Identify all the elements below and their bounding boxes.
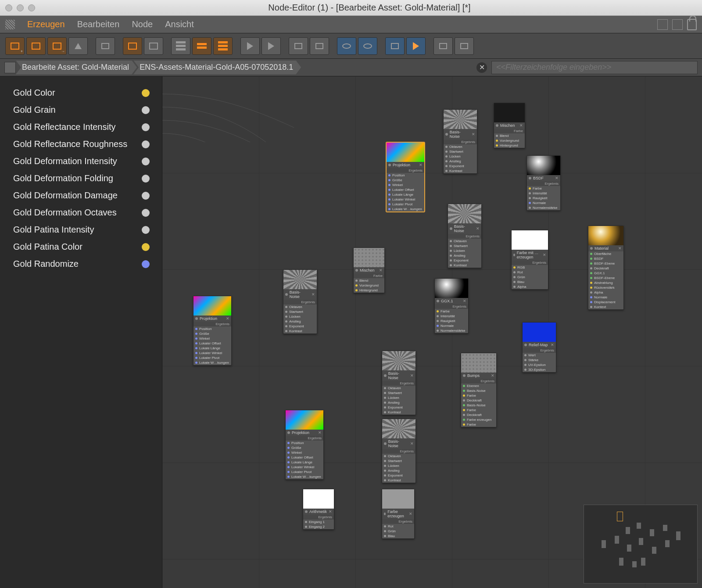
tool-rows-mid[interactable] (192, 37, 211, 55)
sidebar-item-label: Gold Reflectance Roughness (13, 139, 127, 149)
swatch-icon (142, 209, 150, 217)
swatch-icon (142, 243, 150, 251)
node-bsdf[interactable]: BSDF✕ Ergebnis Farbe Intensität Rauigkei… (526, 155, 561, 211)
tool-unlink[interactable] (289, 37, 308, 55)
node-mischen-2[interactable]: Mischen✕ Farbe Blend Vordergrund Hinterg… (353, 247, 385, 293)
node-relief-map[interactable]: Relief-Map✕ Ergebnis Wert Stärke UV-Epsi… (522, 322, 556, 373)
tool-link[interactable] (310, 37, 329, 55)
node-arithmetik[interactable]: Arithmetik✕ Ergebnis Eingang 1 Eingang 2 (303, 489, 334, 530)
node-canvas[interactable]: Projektion✕ Ergebnis Position Größe Wink… (162, 76, 702, 588)
tool-duplicate[interactable] (123, 37, 142, 55)
node-thumb (448, 204, 481, 223)
breadcrumb-close-icon[interactable]: ✕ (476, 62, 487, 73)
menu-erzeugen[interactable]: Erzeugen (27, 19, 65, 29)
panel-layout-2-icon[interactable] (672, 19, 683, 30)
sidebar-item-deform-intensity[interactable]: Gold Deformation Intensity (13, 153, 162, 170)
swatch-icon (142, 158, 150, 165)
node-basisnoise-5[interactable]: Basis-Noise✕ Ergebnis Oktaven Startwert … (382, 419, 416, 483)
sidebar-item-randomize[interactable]: Gold Randomize (13, 255, 162, 272)
sidebar-item-refl-roughness[interactable]: Gold Reflectance Roughness (13, 136, 162, 153)
swatch-icon (142, 89, 150, 97)
node-ggx[interactable]: GGX.1✕ Ergebnis Farbe Intensität Rauigke… (434, 278, 469, 333)
node-title: Farbe mit … erzeugen (517, 251, 541, 259)
sidebar-item-refl-intensity[interactable]: Gold Reflectance Intensity (13, 118, 162, 136)
minimap[interactable] (584, 505, 698, 584)
node-farbe-mit-erzeugen[interactable]: Farbe mit … erzeugen✕ Ergebnis RGB Rot G… (511, 230, 548, 290)
swatch-icon (142, 140, 150, 148)
sidebar-item-gold-grain[interactable]: Gold Grain (13, 101, 162, 118)
tool-play-2[interactable] (261, 37, 281, 55)
tool-rows-full[interactable] (213, 37, 233, 55)
tool-rows-grey[interactable] (171, 37, 190, 55)
sidebar-item-gold-color[interactable]: Gold Color (13, 84, 162, 101)
lock-icon[interactable] (687, 19, 697, 30)
node-title: Bumps (467, 373, 480, 378)
node-title: Material (595, 246, 609, 251)
tool-play[interactable] (240, 37, 260, 55)
node-wires (162, 76, 294, 142)
swatch-icon (142, 192, 150, 200)
panel-layout-1-icon[interactable] (657, 19, 668, 30)
sidebar-item-patina-intensity[interactable]: Gold Patina Intensity (13, 221, 162, 238)
node-projektion-2[interactable]: Projektion✕ Ergebnis Position Größe Wink… (193, 296, 232, 366)
zoom-window-icon[interactable] (28, 4, 35, 11)
menu-node[interactable]: Node (132, 19, 153, 29)
node-basisnoise-3[interactable]: Basis-Noise✕ Ergebnis Oktaven Startwert … (448, 204, 482, 268)
node-thumb (461, 353, 496, 373)
node-thumb (444, 110, 477, 129)
sidebar-item-deform-folding[interactable]: Gold Deformation Folding (13, 170, 162, 187)
tool-preview-arrow[interactable] (385, 37, 405, 55)
menu-bearbeiten[interactable]: Bearbeiten (77, 19, 120, 29)
sidebar-item-label: Gold Deformation Damage (13, 190, 118, 201)
node-title: Projektion (292, 430, 309, 435)
tool-select-out[interactable]: → (47, 37, 67, 55)
node-thumb (382, 351, 415, 370)
tool-arrange-1[interactable] (433, 37, 453, 55)
node-title: BSDF (533, 176, 544, 180)
breadcrumb-1[interactable]: Bearbeite Asset: Gold-Material (16, 61, 137, 75)
node-title: Relief-Map (529, 343, 548, 347)
tool-triangle[interactable] (68, 37, 88, 55)
sidebar-item-patina-color[interactable]: Gold Patina Color (13, 238, 162, 255)
breadcrumb-2[interactable]: ENS-Assets-Material-Gold-A05-07052018.1 (133, 61, 301, 75)
swatch-icon (142, 260, 150, 268)
nav-home-icon[interactable] (4, 62, 16, 73)
close-window-icon[interactable] (5, 4, 12, 11)
sidebar-item-label: Gold Grain (13, 105, 56, 115)
tool-snap[interactable] (358, 37, 377, 55)
traffic-lights (5, 4, 35, 11)
tool-split[interactable] (144, 37, 163, 55)
minimize-window-icon[interactable] (17, 4, 24, 11)
sidebar-parameters: Gold Color Gold Grain Gold Reflectance I… (0, 76, 162, 588)
sidebar-item-deform-damage[interactable]: Gold Deformation Damage (13, 187, 162, 204)
node-farbe-erzeugen[interactable]: Farbe erzeugen✕ Ergebnis Rot Grün Blau (382, 489, 415, 539)
node-title: Mischen (360, 268, 375, 272)
node-basisnoise-2[interactable]: Basis-Noise✕ Ergebnis Oktaven Startwert … (283, 269, 317, 334)
node-mischen-1[interactable]: Mischen✕ Farbe Blend Vordergrund Hinterg… (494, 103, 525, 148)
sidebar-item-label: Gold Color (13, 88, 55, 98)
tool-select-add[interactable]: + (5, 37, 25, 55)
node-title: Basis-Noise (290, 290, 310, 299)
app-grid-icon[interactable] (5, 20, 15, 29)
tool-preview-brush[interactable] (406, 37, 426, 55)
tool-select-in[interactable] (26, 37, 46, 55)
node-title: GGX.1 (441, 299, 453, 303)
node-basisnoise-1[interactable]: Basis-Noise✕ Ergebnis Oktaven Startwert … (443, 109, 477, 174)
tool-frame-view[interactable] (337, 37, 356, 55)
node-title: Arithmetik (309, 509, 327, 514)
sidebar-item-label: Gold Reflectance Intensity (13, 122, 115, 132)
filter-input[interactable] (491, 61, 698, 74)
sidebar-item-label: Gold Randomize (13, 259, 79, 269)
node-projektion-1[interactable]: Projektion✕ Ergebnis Position Größe Wink… (386, 142, 425, 212)
node-thumb (382, 419, 415, 438)
menu-ansicht[interactable]: Ansicht (165, 19, 194, 29)
minimap-viewport (617, 512, 623, 521)
sidebar-item-deform-octaves[interactable]: Gold Deformation Octaves (13, 204, 162, 221)
node-bumps[interactable]: Bumps✕ Ergebnis Ebenen Basis-Noise Farbe… (461, 353, 497, 427)
node-material[interactable]: Material✕ Oberfläche BSDF BSDF-Ebene Dec… (588, 226, 624, 310)
node-thumb (527, 156, 560, 175)
tool-import[interactable] (96, 37, 115, 55)
node-projektion-3[interactable]: Projektion✕ Ergebnis Position Größe Wink… (285, 410, 324, 480)
tool-arrange-2[interactable] (455, 37, 474, 55)
node-basisnoise-4[interactable]: Basis-Noise✕ Ergebnis Oktaven Startwert … (382, 351, 416, 415)
